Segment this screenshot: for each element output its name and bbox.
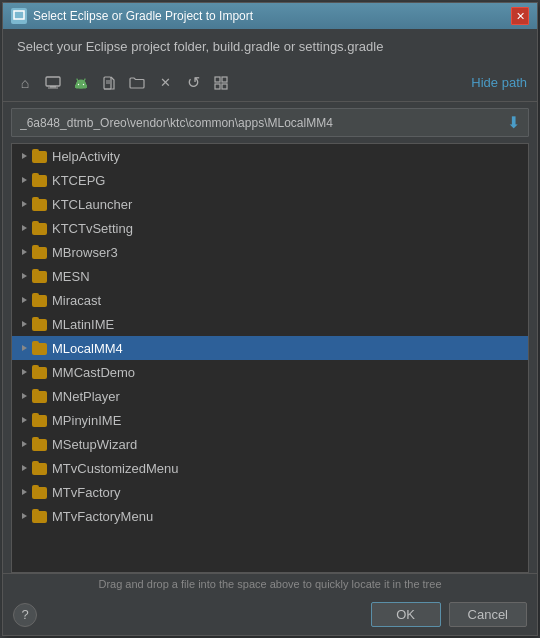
svg-marker-32 xyxy=(22,417,27,423)
tree-item[interactable]: HelpActivity xyxy=(12,144,528,168)
android-icon[interactable] xyxy=(69,71,93,95)
tree-arrow-icon xyxy=(16,196,32,212)
svg-point-8 xyxy=(78,83,79,84)
tree-item-label: MMCastDemo xyxy=(52,365,135,380)
svg-marker-25 xyxy=(22,249,27,255)
tree-item[interactable]: MBrowser3 xyxy=(12,240,528,264)
tree-item[interactable]: MTvCustomizedMenu xyxy=(12,456,528,480)
svg-rect-12 xyxy=(75,84,77,88)
tree-item[interactable]: MESN xyxy=(12,264,528,288)
tree-item[interactable]: MSetupWizard xyxy=(12,432,528,456)
close-button[interactable]: ✕ xyxy=(511,7,529,25)
tree-item-label: HelpActivity xyxy=(52,149,120,164)
help-button[interactable]: ? xyxy=(13,603,37,627)
tree-item[interactable]: MMCastDemo xyxy=(12,360,528,384)
tree-arrow-icon xyxy=(16,220,32,236)
tree-item[interactable]: KTCLauncher xyxy=(12,192,528,216)
folder-icon xyxy=(32,269,48,283)
tree-item-label: MLatinIME xyxy=(52,317,114,332)
tree-item[interactable]: MLocalMM4 xyxy=(12,336,528,360)
tree-arrow-icon xyxy=(16,460,32,476)
title-icon xyxy=(11,8,27,24)
folder-icon xyxy=(32,365,48,379)
tree-item[interactable]: MNetPlayer xyxy=(12,384,528,408)
svg-rect-2 xyxy=(46,77,60,86)
tree-arrow-icon xyxy=(16,268,32,284)
tree-item[interactable]: MPinyinIME xyxy=(12,408,528,432)
folder-icon xyxy=(32,509,48,523)
tree-arrow-icon xyxy=(16,244,32,260)
folder-icon xyxy=(32,245,48,259)
svg-marker-29 xyxy=(22,345,27,351)
tree-arrow-icon xyxy=(16,508,32,524)
title-text: Select Eclipse or Gradle Project to Impo… xyxy=(33,9,253,23)
tree-item-label: MTvCustomizedMenu xyxy=(52,461,178,476)
tree-item-label: KTCTvSetting xyxy=(52,221,133,236)
tree-arrow-icon xyxy=(16,364,32,380)
svg-rect-19 xyxy=(215,84,220,89)
path-bar: _6a848_dtmb_Oreo\vendor\ktc\common\apps\… xyxy=(11,108,529,137)
svg-rect-13 xyxy=(86,84,88,88)
collapse-icon[interactable] xyxy=(209,71,233,95)
folder-icon xyxy=(32,485,48,499)
svg-rect-18 xyxy=(222,77,227,82)
delete-icon[interactable]: ✕ xyxy=(153,71,177,95)
tree-item-label: KTCLauncher xyxy=(52,197,132,212)
cancel-button[interactable]: Cancel xyxy=(449,602,527,627)
monitor-icon[interactable] xyxy=(41,71,65,95)
folder-icon xyxy=(32,389,48,403)
folder-icon xyxy=(32,197,48,211)
download-icon[interactable]: ⬇ xyxy=(507,113,520,132)
tree-item[interactable]: MTvFactory xyxy=(12,480,528,504)
folder-icon xyxy=(32,341,48,355)
tree-arrow-icon xyxy=(16,388,32,404)
tree-arrow-icon xyxy=(16,340,32,356)
tree-arrow-icon xyxy=(16,436,32,452)
dialog-container: Select Eclipse or Gradle Project to Impo… xyxy=(2,2,538,636)
tree-arrow-icon xyxy=(16,172,32,188)
title-bar: Select Eclipse or Gradle Project to Impo… xyxy=(3,3,537,29)
svg-rect-4 xyxy=(48,87,58,88)
svg-marker-36 xyxy=(22,513,27,519)
tree-item-label: MNetPlayer xyxy=(52,389,120,404)
description-text: Select your Eclipse project folder, buil… xyxy=(3,29,537,64)
folder-icon xyxy=(32,173,48,187)
svg-marker-26 xyxy=(22,273,27,279)
tree-item-label: MPinyinIME xyxy=(52,413,121,428)
svg-rect-3 xyxy=(50,86,56,88)
tree-item-label: MLocalMM4 xyxy=(52,341,123,356)
svg-marker-28 xyxy=(22,321,27,327)
tree-item-label: KTCEPG xyxy=(52,173,105,188)
svg-marker-27 xyxy=(22,297,27,303)
svg-rect-17 xyxy=(215,77,220,82)
tree-arrow-icon xyxy=(16,292,32,308)
home-icon[interactable]: ⌂ xyxy=(13,71,37,95)
svg-line-10 xyxy=(77,79,78,81)
tree-item[interactable]: MLatinIME xyxy=(12,312,528,336)
tree-item[interactable]: MTvFactoryMenu xyxy=(12,504,528,528)
tree-item-label: MTvFactoryMenu xyxy=(52,509,153,524)
folder-icon xyxy=(32,149,48,163)
refresh-icon[interactable]: ↺ xyxy=(181,71,205,95)
file-icon[interactable] xyxy=(97,71,121,95)
tree-item-label: MSetupWizard xyxy=(52,437,137,452)
svg-point-9 xyxy=(83,83,84,84)
svg-marker-30 xyxy=(22,369,27,375)
hide-path-button[interactable]: Hide path xyxy=(471,75,527,90)
tree-item-label: MESN xyxy=(52,269,90,284)
ok-button[interactable]: OK xyxy=(371,602,441,627)
tree-item[interactable]: Miracast xyxy=(12,288,528,312)
svg-marker-21 xyxy=(22,153,27,159)
new-folder-icon[interactable] xyxy=(125,71,149,95)
tree-arrow-icon xyxy=(16,148,32,164)
path-text: _6a848_dtmb_Oreo\vendor\ktc\common\apps\… xyxy=(20,116,333,130)
svg-marker-35 xyxy=(22,489,27,495)
folder-icon xyxy=(32,437,48,451)
tree-item-label: Miracast xyxy=(52,293,101,308)
tree-item[interactable]: KTCEPG xyxy=(12,168,528,192)
tree-item[interactable]: KTCTvSetting xyxy=(12,216,528,240)
tree-item-label: MTvFactory xyxy=(52,485,121,500)
svg-rect-7 xyxy=(76,87,86,89)
tree-item-label: MBrowser3 xyxy=(52,245,118,260)
svg-marker-33 xyxy=(22,441,27,447)
